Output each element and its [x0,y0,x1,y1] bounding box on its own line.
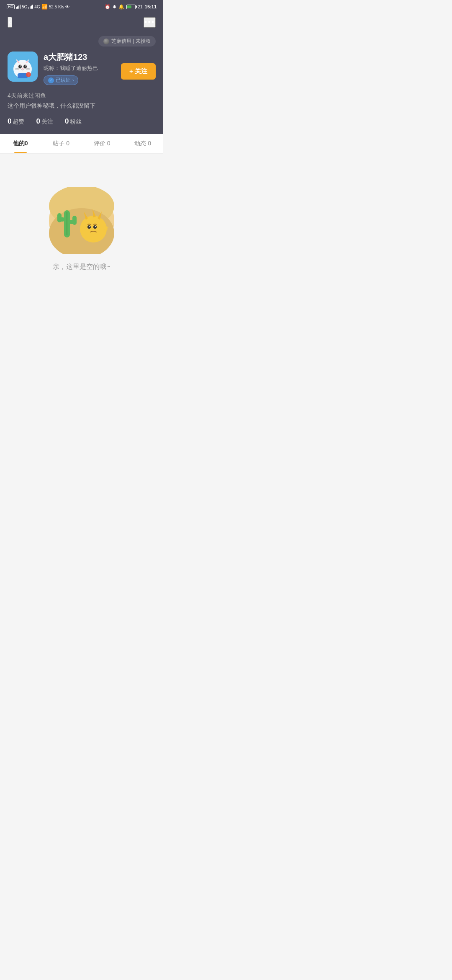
svg-point-29 [81,217,106,241]
profile-description: 4天前来过闲鱼 这个用户很神秘哦，什么都没留下 [8,91,156,111]
profile-info: a大肥猪123 昵称：我睡了迪丽热巴 ✓ 已认证 › [44,52,98,85]
alarm-icon: ⏰ [105,4,110,10]
verified-label: 已认证 [56,77,71,84]
empty-illustration [48,187,115,254]
5g-signal [16,5,21,9]
last-seen-text: 4天前来过闲鱼 [8,91,156,100]
stats-row: 0 超赞 0 关注 0 粉丝 [8,117,156,126]
sesame-credit-badge[interactable]: 芝麻信用 | 未授权 [98,36,156,46]
stat-fans[interactable]: 0 粉丝 [65,117,82,126]
svg-point-31 [89,226,90,227]
fans-num: 0 [65,117,69,126]
app-header: ‹ ••• [0,13,163,32]
svg-point-18 [26,72,31,77]
profile-main: a大肥猪123 昵称：我睡了迪丽热巴 ✓ 已认证 › [8,52,98,85]
svg-point-10 [20,65,21,66]
verified-arrow: › [72,78,74,83]
svg-point-3 [17,62,28,73]
following-label: 关注 [41,118,53,126]
sesame-dot-icon [103,39,109,44]
chaozan-num: 0 [8,117,11,126]
profile-section: 芝麻信用 | 未授权 [0,32,163,134]
nickname-row: 昵称：我睡了迪丽热巴 [44,64,98,72]
eye-icon: 👁 [65,5,69,9]
tab-his-items[interactable]: 他的0 [0,134,41,153]
bluetooth-icon: ✱ [113,4,116,10]
tab-posts[interactable]: 帖子 0 [41,134,82,153]
battery-indicator [126,5,136,9]
sesame-credit-row: 芝麻信用 | 未授权 [8,36,156,46]
svg-point-9 [23,65,27,69]
back-button[interactable]: ‹ [8,17,12,28]
follow-button[interactable]: + 关注 [121,63,156,80]
tab-activity[interactable]: 动态 0 [123,134,164,153]
verified-badge[interactable]: ✓ 已认证 › [44,75,78,85]
status-right: ⏰ ✱ 🔔 21 15:11 [105,4,157,10]
time-display: 15:11 [145,4,157,9]
avatar-wrapper [8,52,38,82]
svg-point-30 [87,225,91,229]
more-options-button[interactable]: ••• [144,17,156,28]
5g-label: 5G [22,5,27,9]
stat-following[interactable]: 0 关注 [36,117,53,126]
mute-icon: 🔔 [118,4,124,10]
svg-point-12 [22,68,23,70]
avatar [8,52,38,82]
svg-rect-24 [57,213,62,222]
battery-fill [127,5,131,8]
stat-chaozan[interactable]: 0 超赞 [8,117,24,126]
nickname-value: 我睡了迪丽热巴 [60,65,98,71]
status-left: HD 5G 4G 📶 52.5 K/s 👁 [7,4,69,10]
tabs-section: 他的0 帖子 0 评价 0 动态 0 [0,134,163,154]
following-num: 0 [36,117,40,126]
nickname-prefix: 昵称： [44,65,60,71]
status-bar: HD 5G 4G 📶 52.5 K/s 👁 ⏰ ✱ 🔔 21 15:11 [0,0,163,13]
wifi-icon: 📶 [41,4,48,10]
empty-text: 亲，这里是空的哦~ [53,263,110,271]
svg-point-33 [95,226,96,227]
svg-rect-26 [72,216,77,225]
4g-label: 4G [34,5,40,9]
svg-point-32 [93,225,97,229]
description-text: 这个用户很神秘哦，什么都没留下 [8,101,156,110]
hd-badge: HD [7,4,15,9]
tab-reviews[interactable]: 评价 0 [82,134,123,153]
username: a大肥猪123 [44,52,98,63]
verified-icon: ✓ [48,77,54,83]
svg-point-8 [18,65,22,69]
sesame-credit-text: 芝麻信用 | 未授权 [111,38,151,45]
fans-label: 粉丝 [70,118,82,126]
speed-text: 52.5 K/s [49,5,64,9]
svg-point-11 [25,65,26,66]
empty-state-section: 亲，这里是空的哦~ [0,154,163,405]
chaozan-label: 超赞 [13,118,24,126]
battery-percent: 21 [138,4,143,9]
4g-signal [28,5,33,9]
